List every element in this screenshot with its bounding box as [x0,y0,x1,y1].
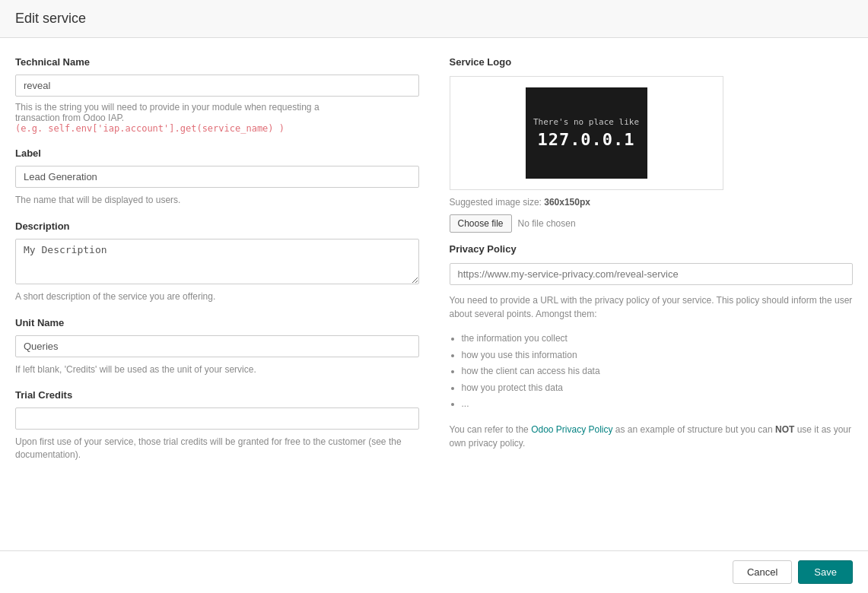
trial-credits-input[interactable] [15,407,419,430]
dialog-body: Technical Name This is the string you wi… [0,38,868,550]
logo-image: There's no place like 127.0.0.1 [526,87,647,179]
save-button[interactable]: Save [798,560,853,584]
logo-container: There's no place like 127.0.0.1 [450,76,723,190]
technical-name-code: (e.g. self.env['iap.account'].get(servic… [15,123,285,134]
odoo-privacy-link[interactable]: Odoo Privacy Policy [531,424,612,435]
trial-credits-label: Trial Credits [15,389,419,401]
technical-name-group: Technical Name This is the string you wi… [15,56,419,134]
file-input-row: Choose file No file chosen [450,214,854,233]
trial-credits-group: Trial Credits Upon first use of your ser… [15,389,419,461]
label-field-group: Label The name that will be displayed to… [15,147,419,207]
description-group: Description A short description of the s… [15,220,419,303]
description-input[interactable] [15,239,419,284]
cancel-button[interactable]: Cancel [733,560,792,584]
list-item: how the client can access his data [462,363,854,380]
image-size-hint: Suggested image size: 360x150px [450,197,854,208]
label-field-input[interactable] [15,166,419,188]
service-logo-group: Service Logo There's no place like 127.0… [450,56,854,233]
service-logo-label: Service Logo [450,56,854,68]
privacy-hint: You need to provide a URL with the priva… [450,293,854,321]
label-field-hint: The name that will be displayed to users… [15,194,419,207]
edit-service-dialog: Edit service Technical Name This is the … [0,0,868,593]
list-item: the information you collect [462,331,854,347]
technical-name-hint: This is the string you will need to prov… [15,102,419,134]
description-hint: A short description of the service you a… [15,290,419,303]
list-item: how you protect this data [462,380,854,397]
no-file-text: No file chosen [518,218,576,229]
description-label: Description [15,220,419,232]
privacy-not-text: NOT [775,424,794,435]
dialog-header: Edit service [0,0,868,38]
list-item: how you use this information [462,347,854,364]
logo-line2: 127.0.0.1 [537,130,634,149]
privacy-note: You can refer to the Odoo Privacy Policy… [450,423,854,450]
trial-credits-hint: Upon first use of your service, those tr… [15,436,419,461]
technical-name-label: Technical Name [15,56,419,68]
left-column: Technical Name This is the string you wi… [15,56,419,532]
right-column: Service Logo There's no place like 127.0… [450,56,854,532]
logo-line1: There's no place like [533,117,639,127]
technical-name-input[interactable] [15,75,419,97]
unit-name-hint: If left blank, 'Credits' will be used as… [15,363,419,376]
dialog-footer: Cancel Save [0,550,868,593]
dialog-title: Edit service [15,11,86,26]
unit-name-label: Unit Name [15,317,419,328]
unit-name-group: Unit Name If left blank, 'Credits' will … [15,317,419,376]
choose-file-button[interactable]: Choose file [450,214,512,233]
unit-name-input[interactable] [15,335,419,357]
privacy-list: the information you collect how you use … [462,331,854,413]
label-field-label: Label [15,147,419,159]
list-item: ... [462,396,854,413]
privacy-url-input[interactable] [450,263,854,285]
privacy-policy-group: Privacy Policy You need to provide a URL… [450,243,854,450]
privacy-policy-label: Privacy Policy [450,243,854,255]
